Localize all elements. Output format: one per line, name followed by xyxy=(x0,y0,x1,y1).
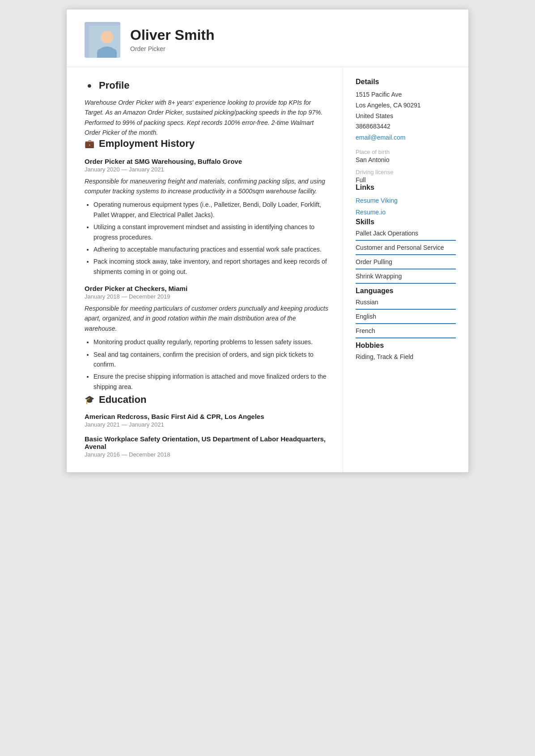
lang-item-1: Russian xyxy=(356,299,456,310)
candidate-name: Oliver Smith xyxy=(130,27,215,43)
education-section: 🎓 Education American Redcross, Basic Fir… xyxy=(85,394,328,458)
skill-item-2: Customer and Personal Service xyxy=(356,244,456,255)
driving-license-value: Full xyxy=(356,176,456,184)
svg-rect-3 xyxy=(97,49,117,58)
profile-text: Warehouse Order Picker with 8+ years' ex… xyxy=(85,98,328,138)
skills-section: Skills Pallet Jack Operations Customer a… xyxy=(356,218,456,284)
education-section-title: 🎓 Education xyxy=(85,394,328,406)
address-line2: Los Angeles, CA 90291 xyxy=(356,100,456,111)
edu-dates-2: January 2016 — December 2018 xyxy=(85,451,328,458)
job-desc-1: Responsible for maneuvering freight and … xyxy=(85,176,328,196)
resume-body: ● Profile Warehouse Order Picker with 8+… xyxy=(67,67,468,472)
skills-section-title: Skills xyxy=(356,218,456,226)
skill-item-3: Order Pulling xyxy=(356,258,456,269)
job-title-1: Order Picker at SMG Warehousing, Buffalo… xyxy=(85,158,328,165)
job-bullets-2: Monitoring product quality regularly, re… xyxy=(93,337,328,392)
job-item: Order Picker at SMG Warehousing, Buffalo… xyxy=(85,158,328,277)
education-icon: 🎓 xyxy=(85,395,94,405)
bullet-item: Monitoring product quality regularly, re… xyxy=(93,337,328,347)
resume-header: Oliver Smith Order Picker xyxy=(67,9,468,67)
link-resume-io[interactable]: Resume.io xyxy=(356,207,456,218)
lang-item-3: French xyxy=(356,327,456,338)
edu-item: American Redcross, Basic First Aid & CPR… xyxy=(85,413,328,428)
bullet-item: Pack incoming stock away, take inventory… xyxy=(93,256,328,277)
side-column: Details 1515 Pacific Ave Los Angeles, CA… xyxy=(343,67,468,472)
phone-number: 3868683442 xyxy=(356,121,456,132)
profile-icon: ● xyxy=(85,81,94,90)
languages-section: Languages Russian English French xyxy=(356,287,456,338)
edu-item: Basic Workplace Safety Orientation, US D… xyxy=(85,435,328,458)
profile-section-title: ● Profile xyxy=(85,80,328,91)
hobbies-value: Riding, Track & Field xyxy=(356,353,456,360)
job-desc-2: Responsible for meeting particulars of c… xyxy=(85,303,328,333)
job-dates-2: January 2018 — December 2019 xyxy=(85,293,328,300)
driving-license-label: Driving license xyxy=(356,169,456,175)
profile-section: ● Profile Warehouse Order Picker with 8+… xyxy=(85,80,328,138)
edu-title-2: Basic Workplace Safety Orientation, US D… xyxy=(85,435,328,450)
avatar-figure xyxy=(89,26,116,58)
address-line1: 1515 Pacific Ave xyxy=(356,90,456,100)
header-info: Oliver Smith Order Picker xyxy=(130,27,215,52)
place-of-birth-value: San Antonio xyxy=(356,156,456,163)
resume-document: Oliver Smith Order Picker ● Profile Ware… xyxy=(66,9,469,473)
lang-item-2: English xyxy=(356,313,456,324)
job-bullets-1: Operating numerous equipment types (i.e.… xyxy=(93,200,328,277)
bullet-item: Seal and tag containers, confirm the pre… xyxy=(93,350,328,370)
employment-section: 💼 Employment History Order Picker at SMG… xyxy=(85,138,328,392)
bullet-item: Adhering to acceptable manufacturing pra… xyxy=(93,244,328,254)
employment-icon: 💼 xyxy=(85,139,94,149)
languages-section-title: Languages xyxy=(356,287,456,295)
link-resume-viking[interactable]: Resume Viking xyxy=(356,195,456,206)
address-country: United States xyxy=(356,111,456,122)
bullet-item: Utilizing a constant improvement mindset… xyxy=(93,222,328,242)
job-title-2: Order Picker at Checkers, Miami xyxy=(85,285,328,292)
links-section-title: Links xyxy=(356,184,456,192)
place-of-birth-label: Place of birth xyxy=(356,149,456,155)
avatar xyxy=(85,22,120,58)
edu-title-1: American Redcross, Basic First Aid & CPR… xyxy=(85,413,328,420)
main-column: ● Profile Warehouse Order Picker with 8+… xyxy=(67,67,343,472)
hobbies-section: Hobbies Riding, Track & Field xyxy=(356,342,456,360)
bullet-item: Operating numerous equipment types (i.e.… xyxy=(93,200,328,220)
svg-point-1 xyxy=(101,31,113,43)
edu-dates-1: January 2021 — January 2021 xyxy=(85,421,328,428)
email-link[interactable]: email@email.com xyxy=(356,132,456,143)
candidate-title: Order Picker xyxy=(130,45,215,52)
links-section: Links Resume Viking Resume.io xyxy=(356,184,456,218)
skill-item-1: Pallet Jack Operations xyxy=(356,230,456,241)
hobbies-section-title: Hobbies xyxy=(356,342,456,350)
details-section: Details 1515 Pacific Ave Los Angeles, CA… xyxy=(356,78,456,184)
skill-item-4: Shrink Wrapping xyxy=(356,273,456,284)
employment-section-title: 💼 Employment History xyxy=(85,138,328,149)
job-item: Order Picker at Checkers, Miami January … xyxy=(85,285,328,392)
bullet-item: Ensure the precise shipping information … xyxy=(93,372,328,392)
job-dates-1: January 2020 — January 2021 xyxy=(85,166,328,173)
details-section-title: Details xyxy=(356,78,456,86)
